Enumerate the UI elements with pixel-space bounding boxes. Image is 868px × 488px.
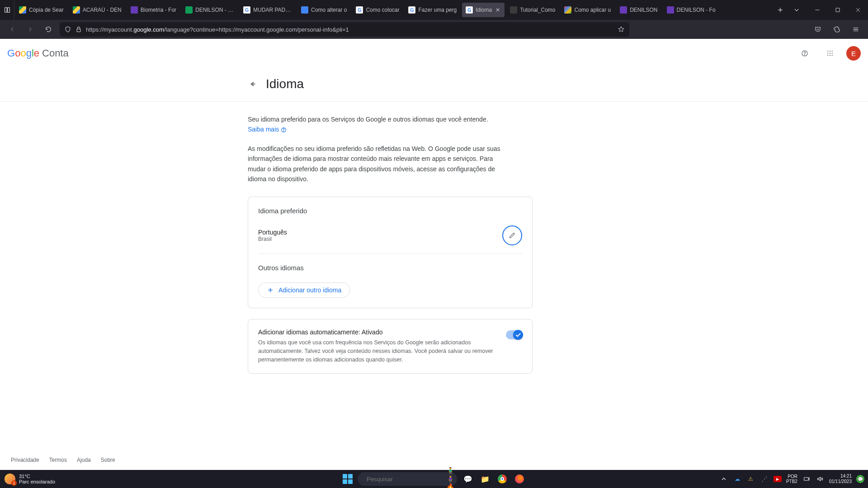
tab-5[interactable]: Como alterar o (297, 0, 351, 20)
app-menu-button[interactable] (849, 23, 863, 36)
tab-10[interactable]: Como aplicar u (560, 0, 615, 20)
minimize-button[interactable] (807, 0, 827, 20)
close-window-button[interactable] (848, 0, 868, 20)
auto-add-title: Adicionar idiomas automaticamente: Ativa… (258, 328, 500, 336)
nav-reload-button[interactable] (42, 23, 55, 36)
tab-actions (770, 0, 807, 20)
tray-notifications-icon[interactable]: 💬 (856, 475, 864, 483)
tab-close-button[interactable]: ✕ (495, 7, 501, 13)
add-language-button[interactable]: Adicionar outro idioma (258, 282, 350, 298)
window-controls (807, 0, 868, 20)
tray-network-mute-icon[interactable]: ⋰ (760, 474, 769, 483)
tab-11[interactable]: DENILSON (615, 0, 662, 20)
all-tabs-button[interactable] (793, 6, 801, 14)
appsscript-icon (564, 6, 571, 14)
taskbar-apps: 💬 📁 (461, 472, 527, 486)
footer-privacy-link[interactable]: Privacidade (11, 457, 39, 463)
help-button[interactable] (796, 44, 814, 62)
edit-language-button[interactable] (502, 225, 522, 245)
tab-label: Como alterar o (311, 7, 347, 13)
taskbar-teams-icon[interactable]: 💬 (461, 472, 475, 486)
svg-point-16 (283, 131, 284, 131)
nav-back-button[interactable] (5, 23, 19, 36)
tab-8-active[interactable]: GIdioma✕ (462, 3, 505, 17)
tab-7[interactable]: GFazer uma perg (404, 0, 461, 20)
auto-add-toggle[interactable] (506, 330, 522, 339)
svg-rect-18 (804, 478, 808, 481)
google-logo[interactable]: Google Conta (7, 47, 69, 59)
check-icon (514, 331, 522, 338)
footer-help-link[interactable]: Ajuda (77, 457, 91, 463)
svg-point-8 (832, 51, 833, 52)
tab-label: Como aplicar u (574, 7, 611, 13)
language-region: Brasil (258, 236, 287, 242)
tab-label: Biometria - For (141, 7, 176, 13)
save-pocket-button[interactable] (811, 23, 825, 36)
taskbar-search[interactable]: 🧍‍♂️🧍‍♀️🔥 (358, 472, 457, 486)
tray-wifi-icon[interactable] (802, 474, 811, 483)
taskbar-explorer-icon[interactable]: 📁 (478, 472, 492, 486)
tab-strip: Cópia de Sear ACARAÚ - DEN Biometria - F… (14, 0, 770, 20)
tray-volume-icon[interactable] (816, 474, 825, 483)
tab-label: ACARAÚ - DEN (83, 7, 122, 13)
maximize-button[interactable] (827, 0, 848, 20)
new-tab-button[interactable] (776, 6, 784, 14)
taskbar-center: 🧍‍♂️🧍‍♀️🔥 💬 📁 (341, 472, 527, 486)
language-name: Português (258, 229, 287, 236)
svg-rect-1 (7, 8, 9, 13)
learn-more-link[interactable]: Saiba mais (248, 126, 287, 133)
google-icon: G (243, 6, 250, 14)
pdf-icon (510, 6, 517, 14)
workspaces-button[interactable] (0, 0, 14, 20)
tab-0[interactable]: Cópia de Sear (14, 0, 68, 20)
svg-point-13 (830, 55, 830, 56)
workspaces-icon (4, 6, 11, 14)
google-apps-button[interactable] (821, 44, 839, 62)
url-toolbar: https://myaccount.google.com/language?co… (0, 20, 868, 39)
weather-icon (5, 474, 15, 484)
url-field[interactable]: https://myaccount.google.com/language?co… (60, 22, 629, 37)
forms-icon (620, 6, 627, 14)
tab-4[interactable]: GMUDAR PADRÃ (239, 0, 297, 20)
tab-9[interactable]: Tutorial_Como (505, 0, 560, 20)
sheets-icon (185, 6, 193, 14)
avatar-letter: E (851, 50, 856, 57)
nav-forward-button[interactable] (24, 23, 37, 36)
forms-icon (131, 6, 138, 14)
tab-1[interactable]: ACARAÚ - DEN (68, 0, 126, 20)
card-separator (258, 253, 522, 254)
svg-rect-2 (836, 8, 840, 12)
account-avatar[interactable]: E (846, 46, 861, 61)
info-paragraph: As modificações no seu idioma preferido … (248, 144, 501, 184)
footer-terms-link[interactable]: Termos (49, 457, 67, 463)
tracking-shield-icon[interactable] (64, 26, 71, 33)
bookmark-star-button[interactable] (618, 26, 625, 33)
tray-onedrive-icon[interactable]: ☁ (733, 474, 742, 483)
other-languages-heading: Outros idiomas (258, 264, 522, 272)
tab-6[interactable]: GComo colocar (351, 0, 404, 20)
taskbar-chrome-icon[interactable] (495, 472, 509, 486)
extensions-button[interactable] (830, 23, 844, 36)
footer-about-link[interactable]: Sobre (101, 457, 115, 463)
tray-youtube-icon[interactable]: ▶ (774, 476, 782, 482)
tab-label: Fazer uma perg (418, 7, 457, 13)
tray-security-icon[interactable]: ⚠ (746, 474, 755, 483)
tab-label: DENILSON (630, 7, 657, 13)
tray-clock[interactable]: 14:21 01/11/2023 (829, 474, 852, 484)
tab-3[interactable]: DENILSON - Pla (181, 0, 239, 20)
tab-label: Cópia de Sear (29, 7, 64, 13)
tray-lang1: POR (786, 474, 797, 479)
tray-chevron-icon[interactable] (719, 474, 728, 483)
tab-2[interactable]: Biometria - For (126, 0, 181, 20)
tray-language[interactable]: POR PTB2 (786, 474, 797, 484)
taskbar-search-input[interactable] (367, 476, 443, 483)
windows-taskbar: 31°C Parc ensolarado 🧍‍♂️🧍‍♀️🔥 💬 📁 ☁ ⚠ ⋰… (0, 470, 868, 488)
back-button[interactable] (248, 79, 259, 89)
taskbar-firefox-icon[interactable] (512, 472, 527, 486)
lock-icon[interactable] (75, 26, 82, 33)
tab-12[interactable]: DENILSON - Fo (662, 0, 720, 20)
weather-widget[interactable]: 31°C Parc ensolarado (0, 474, 60, 484)
tray-time: 14:21 (829, 474, 852, 479)
start-button[interactable] (341, 473, 354, 485)
preferred-language-heading: Idioma preferido (258, 207, 522, 215)
